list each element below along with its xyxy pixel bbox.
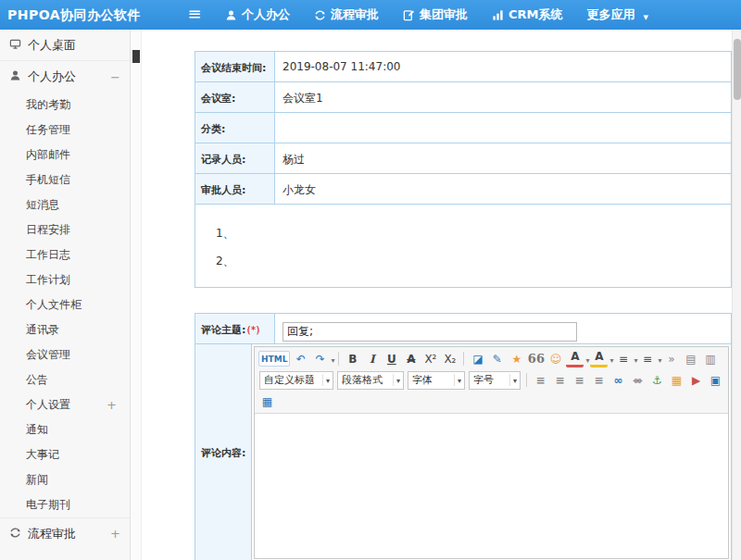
underline-button[interactable]: U [383,350,400,367]
source-button[interactable]: HTML [258,351,290,367]
bold-button[interactable]: B [344,350,361,367]
italic-button[interactable]: I [363,350,381,367]
edit-document-icon [403,9,415,21]
save-icon[interactable]: ▣ [707,371,724,389]
sidebar-item-work-plan[interactable]: 工作计划 [0,268,130,292]
form-row-approver: 审批人员: 小龙女 [195,174,731,205]
sidebar-item-e-journal[interactable]: 电子期刊 [0,492,130,517]
custom-title-select[interactable]: 自定义标题 [259,371,333,390]
sidebar-item-label: 个人桌面 [28,37,76,54]
sidebar-item-label: 公告 [26,373,48,386]
media-icon[interactable]: ▶ [687,371,705,389]
form-row-comment-content: 评论内容: HTML ↶ ↷ B I U [195,344,731,560]
eraser-icon[interactable]: ◪ [469,350,486,367]
topbar: PHPOA协同办公软件 个人办公 流程审批 集团审批 CRM系统 更多应用 [0,0,741,30]
subscript-button[interactable]: X₂ [441,350,458,367]
paste-plain-icon[interactable]: ▤ [682,350,699,367]
nav-group-approval[interactable]: 集团审批 [391,0,480,30]
editor-toolbar-row-2: 自定义标题 段落格式 字体 [257,369,725,391]
sidebar-item-schedule[interactable]: 日程安排 [0,218,130,243]
blockquote-button[interactable]: 66 [527,350,545,367]
insert-table-button[interactable]: ▦ [258,392,276,410]
superscript-button[interactable]: X² [421,350,439,367]
chevron-down-icon[interactable] [658,353,661,366]
sidebar-scrollbar-thumb[interactable] [132,50,140,63]
sidebar-item-my-attendance[interactable]: 我的考勤 [0,93,130,118]
bar-chart-icon [492,9,504,21]
sidebar-item-task-management[interactable]: 任务管理 [0,118,130,143]
undo-icon[interactable]: ↶ [292,350,309,367]
background-color-button[interactable]: A [590,350,608,367]
chevron-down-icon[interactable] [585,353,589,366]
link-icon[interactable]: ∞ [609,371,627,389]
chevron-down-icon[interactable] [331,353,334,366]
sidebar-item-workflow-approval[interactable]: 流程审批 + [0,517,130,549]
sidebar-item-label: 我的考勤 [26,98,70,111]
redo-icon[interactable]: ↷ [311,350,329,367]
menu-toggle-icon[interactable] [182,0,207,30]
expand-icon[interactable]: + [107,392,117,417]
sidebar-item-internal-mail[interactable]: 内部邮件 [0,143,130,168]
nav-workflow-approval[interactable]: 流程审批 [302,0,391,30]
sidebar-item-meeting-management[interactable]: 会议管理 [0,342,130,367]
nav-crm-system[interactable]: CRM系统 [480,0,575,30]
comment-subject-input[interactable] [283,322,577,342]
select-value: 字号 [473,373,494,387]
sidebar-item-announcement[interactable]: 公告 [0,367,130,392]
emoticon-icon[interactable]: ☺ [546,350,564,367]
chevron-down-icon [393,374,403,386]
content-line: 1、 [216,219,731,247]
sidebar-item-work-log[interactable]: 工作日志 [0,243,130,268]
font-family-select[interactable]: 字体 [408,371,465,390]
sidebar-item-memorabilia[interactable]: 大事记 [0,442,130,467]
strikethrough-button[interactable]: A [402,350,420,367]
sidebar-item-mobile-sms[interactable]: 手机短信 [0,168,130,193]
collapse-icon[interactable]: − [110,70,120,84]
sidebar-item-personal-office[interactable]: 个人办公 − [0,61,130,93]
select-value: 字体 [412,373,433,387]
autotypeset-icon[interactable]: ★ [508,350,525,367]
print-icon[interactable]: ▥ [701,350,719,367]
field-label: 记录人员: [195,143,275,173]
chevron-down-icon [454,374,464,386]
field-value: 会议室1 [275,82,731,112]
expand-icon[interactable]: + [110,527,120,541]
chevron-down-icon[interactable] [609,353,613,366]
main-scrollbar[interactable] [732,30,741,560]
form-row-recorder: 记录人员: 杨过 [195,143,731,174]
sidebar-item-notification[interactable]: 通知 [0,417,130,442]
toolbar-separator [526,373,527,387]
unlink-icon[interactable]: ∞ [629,371,647,389]
sidebar-item-short-message[interactable]: 短消息 [0,193,130,218]
font-size-select[interactable]: 字号 [469,371,521,390]
nav-label: CRM系统 [509,6,563,23]
nav-personal-office[interactable]: 个人办公 [213,0,302,30]
main-scrollbar-thumb[interactable] [734,39,741,100]
align-center-button[interactable]: ≡ [551,371,569,389]
unordered-list-button[interactable]: ≡ [638,350,656,367]
form-row-meeting-room: 会议室: 会议室1 [195,82,731,113]
paragraph-format-select[interactable]: 段落格式 [337,371,404,390]
sidebar-item-personal-settings[interactable]: 个人设置 + [0,392,130,417]
align-right-button[interactable]: ≡ [571,371,588,389]
sidebar-item-personal-desktop[interactable]: 个人桌面 [0,30,130,61]
align-justify-button[interactable]: ≡ [590,371,608,389]
image-icon[interactable]: ▦ [668,371,685,389]
nav-more-apps[interactable]: 更多应用 [575,0,660,30]
format-brush-icon[interactable]: ✎ [488,350,506,367]
chevron-down-icon[interactable] [634,353,637,366]
toolbar-separator [463,352,464,366]
align-left-button[interactable]: ≡ [532,371,549,389]
sidebar-scrollbar[interactable] [131,30,142,560]
editor-toolbar-row-1: HTML ↶ ↷ B I U A X² X₂ ◪ [257,348,725,369]
cycle-arrows-icon [9,527,21,541]
font-color-button[interactable]: A [566,350,584,367]
sidebar-item-news[interactable]: 新闻 [0,467,130,492]
editor-content-area[interactable] [255,414,728,558]
anchor-icon[interactable]: ⚓ [648,371,666,389]
sidebar-item-personal-file-cabinet[interactable]: 个人文件柜 [0,292,130,317]
indent-button[interactable]: » [662,350,680,367]
sidebar-item-contacts[interactable]: 通讯录 [0,317,130,342]
ordered-list-button[interactable]: ≡ [614,350,632,367]
sidebar-item-label: 日程安排 [26,223,70,236]
